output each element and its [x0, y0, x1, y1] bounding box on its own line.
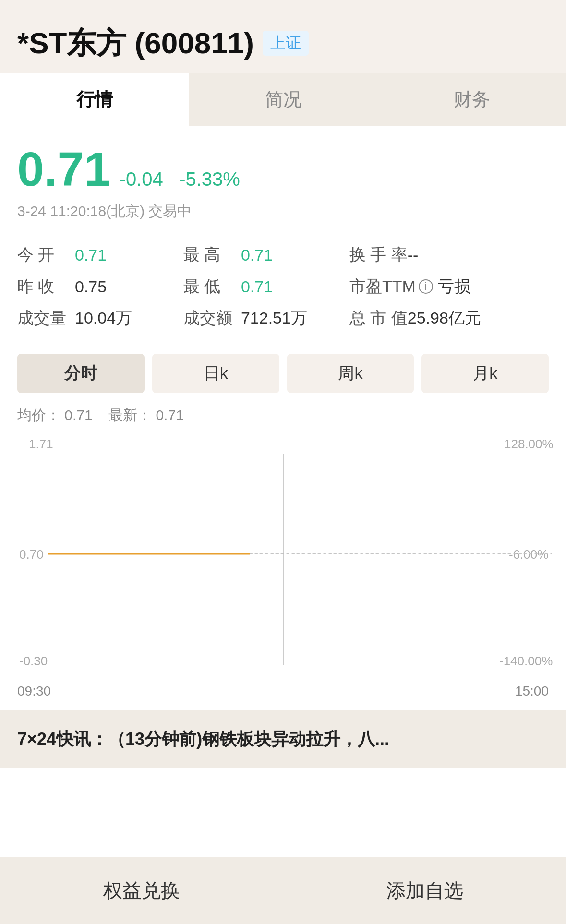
svg-text:-0.30: -0.30: [19, 654, 48, 668]
page-wrapper: *ST东方 (600811) 上证 行情 简况 财务 0.71 -0.04 -5…: [0, 0, 566, 924]
stock-header: *ST东方 (600811) 上证: [0, 0, 566, 73]
turnover-label: 换 手 率: [349, 244, 408, 266]
svg-text:-6.00%: -6.00%: [509, 547, 548, 562]
svg-text:1.71: 1.71: [29, 437, 53, 451]
stat-amount: 成交额 712.51万: [183, 307, 349, 329]
pe-value: 亏损: [438, 276, 470, 298]
price-datetime: 3-24 11:20:18(北京) 交易中: [17, 202, 549, 221]
chart-tab-minute[interactable]: 分时: [17, 354, 145, 393]
chart-tabs: 分时 日k 周k 月k: [0, 344, 566, 403]
prev-close-label: 昨 收: [17, 276, 75, 298]
stock-code: (600811): [135, 26, 254, 60]
stat-volume: 成交量 10.04万: [17, 307, 183, 329]
avg-value: 0.71: [64, 407, 92, 423]
stats-row-3: 成交量 10.04万 成交额 712.51万 总 市 值 25.98亿元: [17, 302, 549, 334]
amount-label: 成交额: [183, 307, 241, 329]
high-value: 0.71: [241, 246, 318, 264]
stat-turnover: 换 手 率 --: [349, 244, 549, 266]
pe-info-icon[interactable]: i: [419, 279, 433, 294]
amount-value: 712.51万: [241, 307, 318, 329]
main-content: 0.71 -0.04 -5.33% 3-24 11:20:18(北京) 交易中 …: [0, 126, 566, 924]
main-tabs: 行情 简况 财务: [0, 73, 566, 126]
chart-tab-daily[interactable]: 日k: [152, 354, 279, 393]
open-label: 今 开: [17, 244, 75, 266]
turnover-value: --: [408, 246, 419, 264]
tab-market[interactable]: 行情: [0, 73, 189, 126]
svg-text:-140.00%: -140.00%: [499, 654, 553, 668]
chart-tab-monthly[interactable]: 月k: [421, 354, 549, 393]
price-change: -0.04 -5.33%: [120, 168, 240, 190]
stat-pe: 市盈TTM i 亏损: [349, 276, 549, 298]
equity-exchange-button[interactable]: 权益兑换: [0, 857, 283, 924]
chart-area[interactable]: 1.71 128.00% 0.70 -6.00% -0.30 -140.00%: [0, 430, 566, 680]
price-section: 0.71 -0.04 -5.33% 3-24 11:20:18(北京) 交易中: [0, 126, 566, 231]
chart-time-labels: 09:30 15:00: [0, 680, 566, 703]
avg-label: 均价：: [17, 407, 60, 423]
market-cap-value: 25.98亿元: [408, 307, 481, 329]
price-row: 0.71 -0.04 -5.33%: [17, 142, 549, 197]
prev-close-value: 0.75: [75, 277, 152, 296]
stat-open: 今 开 0.71: [17, 244, 183, 266]
volume-value: 10.04万: [75, 307, 152, 329]
volume-label: 成交量: [17, 307, 75, 329]
news-item[interactable]: 7×24快讯：（13分钟前)钢铁板块异动拉升，八...: [0, 710, 566, 768]
stat-prev-close: 昨 收 0.75: [17, 276, 183, 298]
high-label: 最 高: [183, 244, 241, 266]
price-change-pct: -5.33%: [179, 168, 240, 190]
tab-overview[interactable]: 简况: [189, 73, 377, 126]
svg-text:0.70: 0.70: [19, 547, 44, 562]
time-start: 09:30: [17, 684, 51, 699]
news-section: 7×24快讯：（13分钟前)钢铁板块异动拉升，八...: [0, 710, 566, 768]
stats-row-2: 昨 收 0.75 最 低 0.71 市盈TTM i 亏损: [17, 271, 549, 302]
open-value: 0.71: [75, 246, 152, 264]
chart-tab-weekly[interactable]: 周k: [287, 354, 414, 393]
pe-label: 市盈TTM: [349, 276, 416, 298]
low-value: 0.71: [241, 277, 318, 296]
price-change-abs: -0.04: [120, 168, 163, 190]
low-label: 最 低: [183, 276, 241, 298]
stat-market-cap: 总 市 值 25.98亿元: [349, 307, 549, 329]
bottom-spacing: [0, 768, 566, 855]
market-cap-label: 总 市 值: [349, 307, 408, 329]
time-end: 15:00: [515, 684, 549, 699]
tab-finance[interactable]: 财务: [377, 73, 566, 126]
chart-svg: 1.71 128.00% 0.70 -6.00% -0.30 -140.00%: [0, 430, 566, 680]
latest-label: 最新：: [108, 407, 152, 423]
stat-high: 最 高 0.71: [183, 244, 349, 266]
current-price: 0.71: [17, 142, 111, 197]
svg-text:128.00%: 128.00%: [504, 437, 554, 451]
stats-row-1: 今 开 0.71 最 高 0.71 换 手 率 --: [17, 239, 549, 271]
exchange-badge: 上证: [263, 31, 309, 56]
bottom-buttons: 权益兑换 添加自选: [0, 857, 566, 924]
add-to-watchlist-button[interactable]: 添加自选: [283, 857, 566, 924]
stock-name: *ST东方: [17, 26, 126, 60]
stats-section: 今 开 0.71 最 高 0.71 换 手 率 -- 昨 收 0.75: [0, 231, 566, 344]
chart-info: 均价： 0.71 最新： 0.71: [0, 403, 566, 430]
stat-low: 最 低 0.71: [183, 276, 349, 298]
stock-name-code: *ST东方 (600811): [17, 23, 254, 63]
latest-value: 0.71: [156, 407, 183, 423]
